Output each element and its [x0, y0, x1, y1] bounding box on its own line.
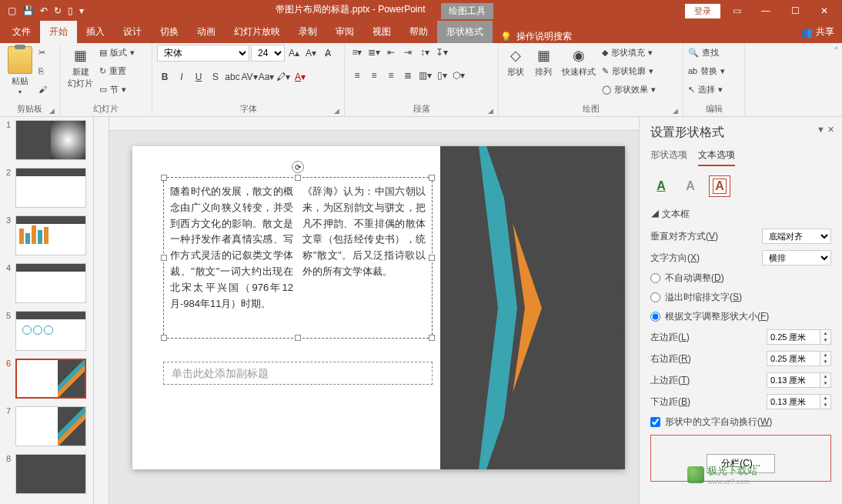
save-icon[interactable]: 💾: [22, 5, 34, 16]
spacing-button[interactable]: AV▾: [242, 69, 257, 85]
slide-thumb-3[interactable]: [15, 215, 86, 255]
columns-button[interactable]: ▥▾: [417, 68, 433, 83]
close-icon[interactable]: ✕: [811, 5, 837, 16]
margin-bottom-input[interactable]: [767, 394, 820, 409]
bold-button[interactable]: B: [157, 69, 172, 85]
slide-thumb-6[interactable]: [15, 359, 86, 399]
startfromstart-icon[interactable]: ▯: [68, 5, 73, 16]
spin-down[interactable]: ▼: [820, 402, 830, 409]
spin-up[interactable]: ▲: [820, 352, 830, 359]
slide-thumb-7[interactable]: [15, 406, 86, 446]
arrange-button[interactable]: ▦排列: [531, 45, 556, 79]
redo-icon[interactable]: ↻: [54, 5, 62, 16]
resize-handle[interactable]: [161, 335, 167, 341]
change-case-button[interactable]: Aa▾: [259, 69, 274, 85]
spin-down[interactable]: ▼: [820, 380, 830, 387]
replace-button[interactable]: ab 替换 ▾: [688, 63, 725, 78]
text-column-1[interactable]: 随着时代的发展，散文的概念由广义向狭义转变，并受到西方文化的影响。散文是一种抒发…: [170, 184, 293, 312]
tab-view[interactable]: 视图: [363, 21, 400, 43]
align-left-button[interactable]: ≡: [349, 68, 365, 83]
spin-up[interactable]: ▲: [820, 395, 830, 402]
title-textbox[interactable]: ⟳ 随着时代的发展，散文的概念由广义向狭义转变，并受到西方文化的影响。散文是一种…: [163, 177, 433, 339]
tab-home[interactable]: 开始: [40, 21, 77, 43]
indent-dec-button[interactable]: ⇤: [383, 45, 399, 60]
smartart-button[interactable]: ⬡▾: [451, 68, 466, 83]
columns-button-pane[interactable]: 分栏(C)...: [707, 454, 775, 473]
tab-help[interactable]: 帮助: [400, 21, 437, 43]
select-button[interactable]: ↖ 选择 ▾: [688, 82, 725, 97]
minimize-icon[interactable]: —: [753, 5, 779, 16]
resize-handle[interactable]: [295, 335, 301, 341]
tab-review[interactable]: 审阅: [326, 21, 363, 43]
clipboard-launcher[interactable]: ◢: [49, 107, 55, 115]
find-button[interactable]: 🔍 查找: [688, 45, 725, 60]
tab-slideshow[interactable]: 幻灯片放映: [225, 21, 289, 43]
decrease-font-button[interactable]: A▾: [303, 45, 319, 61]
slide-thumb-5[interactable]: [15, 311, 86, 351]
strike-button[interactable]: S: [208, 69, 223, 85]
spin-up[interactable]: ▲: [820, 330, 830, 337]
textbox-icon[interactable]: A: [709, 175, 730, 197]
new-slide-button[interactable]: ▦ 新建 幻灯片: [65, 45, 96, 91]
login-button[interactable]: 登录: [685, 4, 720, 18]
font-size-select[interactable]: 24: [251, 45, 285, 62]
margin-right-input[interactable]: [767, 351, 820, 366]
cut-button[interactable]: ✂: [38, 45, 47, 60]
paragraph-launcher[interactable]: ◢: [488, 107, 493, 115]
resize-handle[interactable]: [429, 175, 435, 181]
slide-thumb-2[interactable]: [15, 168, 86, 208]
valign-select[interactable]: 底端对齐: [762, 229, 831, 244]
line-spacing-button[interactable]: ↕▾: [417, 45, 433, 60]
section-button[interactable]: ▭ 节 ▾: [99, 82, 135, 97]
maximize-icon[interactable]: ☐: [782, 5, 808, 16]
pane-close-icon[interactable]: ▼ ✕: [817, 125, 834, 135]
text-effects-icon[interactable]: A: [680, 175, 701, 197]
text-direction-button[interactable]: ↧▾: [434, 45, 449, 60]
subtitle-textbox[interactable]: 单击此处添加副标题: [163, 362, 433, 385]
slide-thumb-4[interactable]: [15, 263, 86, 303]
tab-insert[interactable]: 插入: [77, 21, 114, 43]
slide-editor[interactable]: ⟳ 随着时代的发展，散文的概念由广义向狭义转变，并受到西方文化的影响。散文是一种…: [109, 117, 639, 504]
drawing-launcher[interactable]: ◢: [673, 107, 678, 115]
autofit-resize-radio[interactable]: [650, 312, 660, 322]
slide-canvas[interactable]: ⟳ 随着时代的发展，散文的概念由广义向狭义转变，并受到西方文化的影响。散文是一种…: [132, 146, 625, 469]
increase-font-button[interactable]: A▴: [286, 45, 302, 61]
justify-button[interactable]: ≣: [400, 68, 416, 83]
shapes-button[interactable]: ◇形状: [503, 45, 528, 79]
tab-file[interactable]: 文件: [3, 21, 40, 43]
resize-handle[interactable]: [161, 255, 167, 261]
shadow-button[interactable]: abc: [225, 69, 240, 85]
highlight-button[interactable]: 🖍▾: [276, 69, 291, 85]
paste-button[interactable]: 粘贴 ▾: [5, 45, 35, 97]
tab-shapeformat[interactable]: 形状格式: [437, 21, 493, 43]
spin-down[interactable]: ▼: [820, 359, 830, 365]
font-launcher[interactable]: ◢: [334, 107, 339, 115]
spin-up[interactable]: ▲: [820, 373, 830, 380]
shape-effects-button[interactable]: ◯ 形状效果 ▾: [602, 82, 656, 97]
align-text-button[interactable]: ▯▾: [434, 68, 449, 83]
share-button[interactable]: 👥 共享: [794, 21, 842, 43]
resize-handle[interactable]: [429, 255, 435, 261]
indent-inc-button[interactable]: ⇥: [400, 45, 416, 60]
margin-top-input[interactable]: [767, 372, 820, 388]
autosave-icon[interactable]: ▢: [8, 5, 16, 16]
rotate-handle-icon[interactable]: ⟳: [292, 161, 304, 173]
reset-button[interactable]: ↻ 重置: [99, 63, 135, 78]
shape-fill-button[interactable]: ◆ 形状填充 ▾: [602, 45, 656, 60]
pane-tab-shape[interactable]: 形状选项: [650, 149, 687, 166]
thumbnails-panel[interactable]: 1 2 3 4 5 6 7 8: [0, 117, 94, 504]
wrap-checkbox[interactable]: [650, 417, 660, 427]
tab-animations[interactable]: 动画: [188, 21, 225, 43]
quickstyles-button[interactable]: ◉快速样式: [559, 45, 599, 79]
align-right-button[interactable]: ≡: [383, 68, 399, 83]
undo-icon[interactable]: ↶: [40, 5, 48, 16]
text-fill-outline-icon[interactable]: A: [650, 175, 672, 197]
slide-thumb-1[interactable]: [15, 120, 86, 160]
shape-outline-button[interactable]: ✎ 形状轮廓 ▾: [602, 63, 656, 78]
textdir-select[interactable]: 横排: [762, 250, 831, 265]
textbox-section-header[interactable]: ◢ 文本框: [650, 208, 831, 221]
tab-record[interactable]: 录制: [289, 21, 326, 43]
bullets-button[interactable]: ≡▾: [349, 45, 365, 60]
slide-thumb-8[interactable]: [15, 454, 86, 494]
margin-left-input[interactable]: [767, 329, 820, 345]
